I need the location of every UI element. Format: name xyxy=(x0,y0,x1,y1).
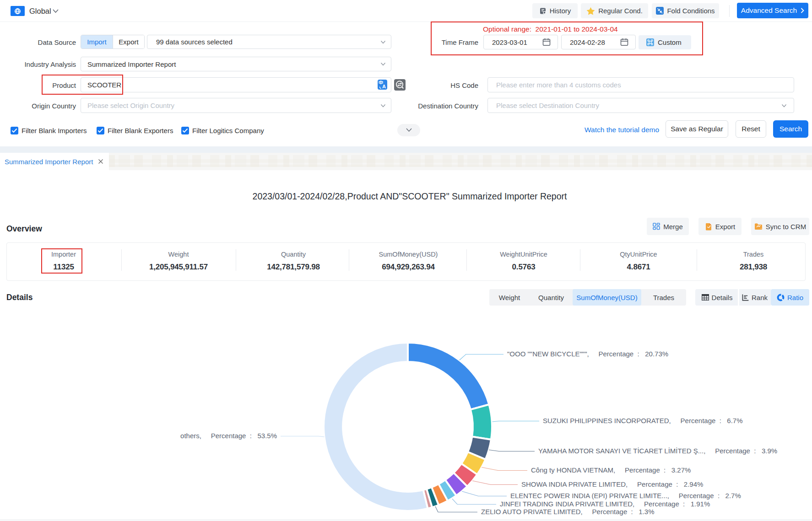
svg-text:Công ty HONDA VIETNAM, Per: Công ty HONDA VIETNAM, Percentage : 3.27… xyxy=(531,466,691,474)
svg-text:others, Percentage : 53: others, Percentage : 53.5% xyxy=(180,432,277,440)
svg-text:JINFEI TRADING INDIA PRIVATE L: JINFEI TRADING INDIA PRIVATE LIMITED, Pe… xyxy=(500,500,710,508)
svg-text:YAMAHA MOTOR SANAYI VE TİCARET: YAMAHA MOTOR SANAYI VE TİCARET LİMİTED Ş… xyxy=(538,447,777,455)
svg-text:SHOWA INDIA PRIVATE LIMITED,: SHOWA INDIA PRIVATE LIMITED, Percentage … xyxy=(521,480,703,488)
svg-text:ZELIO AUTO PRIVATE LIMITED,: ZELIO AUTO PRIVATE LIMITED, Percentage :… xyxy=(481,508,654,516)
svg-text:ELENTEC POWER INDIA (EPI) PRIV: ELENTEC POWER INDIA (EPI) PRIVATE LIMITE… xyxy=(510,492,741,500)
svg-text:SUZUKI PHILIPPINES INCORPORATE: SUZUKI PHILIPPINES INCORPORATED, Percent… xyxy=(543,417,743,424)
svg-text:"OOO ""NEW BICYCLE""", Per: "OOO ""NEW BICYCLE""", Percentage : 20.7… xyxy=(507,350,668,358)
